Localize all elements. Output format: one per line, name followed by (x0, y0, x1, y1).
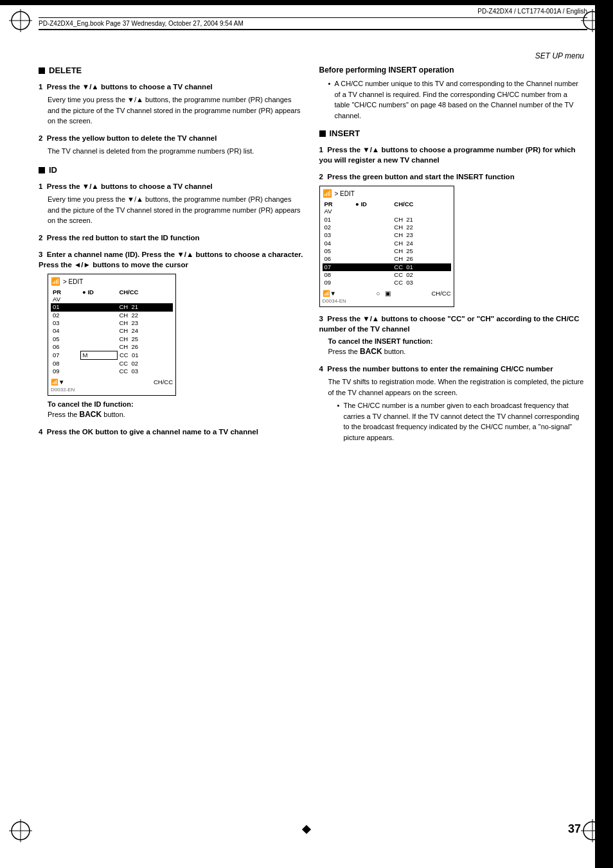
header-area: PD-Z42DX4 / LCT1774-001A / English PD-Z4… (39, 5, 587, 30)
page-number: 37 (568, 822, 581, 836)
insert-diagram-label: D0034-EN (323, 298, 451, 304)
delete-step2-title: 2 Press the yellow button to delete the … (39, 133, 304, 143)
right-column: Before performing INSERT operation A CH/… (319, 66, 585, 449)
insert-step-2: 2 Press the green button and start the I… (319, 172, 585, 307)
id-diagram: 📶 > EDIT PR ● ID CH/CC AV 01CH 21 02C (48, 274, 176, 395)
insert-cancel-note: To cancel the INSERT function: Press the… (328, 337, 585, 357)
insert-step-4: 4 Press the number buttons to enter the … (319, 364, 585, 443)
delete-step1-title: 1 Press the ▼/▲ buttons to choose a TV c… (39, 82, 304, 92)
two-column-layout: DELETE 1 Press the ▼/▲ buttons to choose… (39, 66, 584, 449)
id-diagram-label: D0032-EN (51, 387, 173, 393)
delete-step2-body: The TV channel is deleted from the progr… (39, 146, 304, 157)
book-line: PD-Z42DX4_Eng.book Page 37 Wednesday, Oc… (39, 18, 587, 30)
diamond-mark (302, 825, 311, 834)
bottom-center-mark (303, 826, 310, 833)
before-insert-body: A CH/CC number unique to this TV and cor… (319, 78, 585, 121)
id-step1-title: 1 Press the ▼/▲ buttons to choose a TV c… (39, 181, 304, 191)
delete-step-1: 1 Press the ▼/▲ buttons to choose a TV c… (39, 82, 304, 127)
before-insert-section: Before performing INSERT operation A CH/… (319, 66, 585, 121)
product-id: PD-Z42DX4 / LCT1774-001A / English (39, 5, 587, 18)
insert-bullet (319, 130, 326, 137)
id-step2-title: 2 Press the red button to start the ID f… (39, 233, 304, 243)
insert-step3-title: 3 Press the ▼/▲ buttons to choose "CC" o… (319, 314, 585, 334)
id-step3-title: 3 Enter a channel name (ID). Press the ▼… (39, 249, 304, 270)
insert-step-3: 3 Press the ▼/▲ buttons to choose "CC" o… (319, 314, 585, 357)
insert-diagram-edit: > EDIT (335, 190, 355, 197)
id-diagram-edit: > EDIT (63, 278, 83, 285)
delete-step1-body: Every time you press the ▼/▲ buttons, th… (39, 94, 304, 127)
before-insert-bullets: A CH/CC number unique to this TV and cor… (319, 78, 585, 121)
insert-diagram-icon: 📶 (323, 189, 332, 198)
id-step-4: 4 Press the OK button to give a channel … (39, 427, 304, 437)
id-diagram-icon: 📶 (51, 277, 60, 286)
insert-diagram-header: 📶 > EDIT (323, 189, 451, 198)
insert-title: INSERT (330, 128, 360, 138)
id-bullet (39, 167, 45, 173)
id-title: ID (49, 165, 57, 175)
insert-heading: INSERT (319, 128, 585, 138)
id-diagram-header: 📶 > EDIT (51, 277, 173, 286)
top-strip (0, 0, 613, 5)
id-step1-body: Every time you press the ▼/▲ buttons, th… (39, 194, 304, 226)
insert-step-1: 1 Press the ▼/▲ buttons to choose a prog… (319, 145, 585, 165)
id-step4-title: 4 Press the OK button to give a channel … (39, 427, 304, 437)
id-heading: ID (39, 165, 304, 175)
content-area: SET UP menu DELETE 1 Press the ▼/▲ butto… (39, 51, 584, 817)
delete-step-2: 2 Press the yellow button to delete the … (39, 133, 304, 157)
insert-step4-bullets: The CH/CC number is a number given to ea… (328, 400, 585, 443)
insert-step4-bullet-1: The CH/CC number is a number given to ea… (337, 400, 585, 443)
insert-step1-title: 1 Press the ▼/▲ buttons to choose a prog… (319, 145, 585, 165)
delete-heading: DELETE (39, 66, 304, 75)
page-container: ENGLISH PD-Z42DX4 / LCT1774-001A / Engli… (0, 0, 613, 868)
id-step-2: 2 Press the red button to start the ID f… (39, 233, 304, 243)
id-diagram-table: PR ● ID CH/CC AV 01CH 21 02CH 22 03CH 23… (51, 288, 173, 375)
insert-diagram-table: PR ● ID CH/CC AV 01CH 21 02CH 22 03CH 23… (323, 200, 451, 287)
page-title: SET UP menu (39, 51, 584, 60)
right-bar: ENGLISH (595, 0, 613, 868)
id-cancel-note: To cancel the ID function: Press the BAC… (48, 400, 304, 420)
before-insert-title: Before performing INSERT operation (319, 66, 585, 75)
id-step-1: 1 Press the ▼/▲ buttons to choose a TV c… (39, 181, 304, 226)
corner-mark-br (581, 819, 604, 842)
delete-bullet (39, 67, 45, 74)
insert-diagram-footer: 📶▼ ○ ▣ CH/CC (323, 290, 451, 297)
id-diagram-footer: 📶▼ CH/CC (51, 378, 173, 385)
before-insert-bullet-1: A CH/CC number unique to this TV and cor… (328, 78, 585, 121)
id-step-3: 3 Enter a channel name (ID). Press the ▼… (39, 249, 304, 420)
insert-step4-title: 4 Press the number buttons to enter the … (319, 364, 585, 374)
insert-step2-title: 2 Press the green button and start the I… (319, 172, 585, 182)
corner-mark-tl (9, 9, 32, 32)
left-column: DELETE 1 Press the ▼/▲ buttons to choose… (39, 66, 304, 449)
delete-title: DELETE (49, 66, 82, 75)
insert-diagram: 📶 > EDIT PR ● ID CH/CC AV 01CH 21 02C (319, 186, 454, 306)
insert-step4-body: The TV shifts to registration mode. When… (319, 376, 585, 443)
corner-mark-bl (9, 819, 32, 842)
